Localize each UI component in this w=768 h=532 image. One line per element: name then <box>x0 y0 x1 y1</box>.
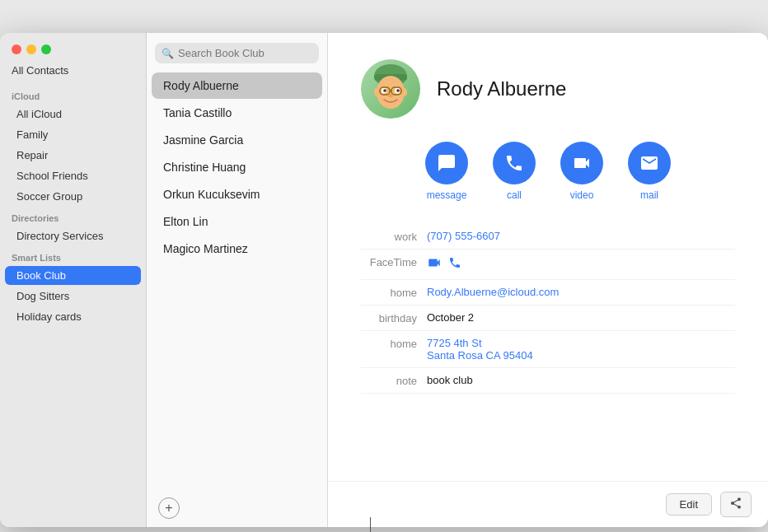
search-icon: 🔍 <box>162 48 174 59</box>
field-value-home-address[interactable]: 7725 4th StSanta Rosa CA 95404 <box>427 337 735 362</box>
contact-item[interactable]: Rody Albuerne <box>152 72 322 99</box>
field-value-home-email[interactable]: Rody.Albuerne@icloud.com <box>427 286 735 298</box>
facetime-phone-icon[interactable] <box>448 256 461 273</box>
message-action[interactable]: message <box>425 142 468 201</box>
svg-point-5 <box>383 89 386 92</box>
traffic-lights <box>0 33 146 63</box>
mail-label: mail <box>640 189 658 201</box>
call-icon-circle <box>493 142 536 184</box>
outer-wrapper: The sidebar shows your lists. All Contac… <box>0 33 768 527</box>
share-button[interactable] <box>720 492 752 517</box>
field-birthday: birthday October 2 <box>361 306 735 331</box>
minimize-button[interactable] <box>26 44 36 54</box>
field-value-birthday: October 2 <box>427 311 735 324</box>
svg-point-11 <box>374 88 379 96</box>
field-label-birthday: birthday <box>361 311 427 324</box>
field-label-home-address: home <box>361 337 427 350</box>
sidebar-item-family[interactable]: Family <box>5 125 141 144</box>
sidebar-item-directory-services[interactable]: Directory Services <box>5 226 141 245</box>
action-buttons: message call video <box>328 135 768 217</box>
sidebar-item-all-contacts[interactable]: All Contacts <box>0 63 146 85</box>
video-action[interactable]: video <box>560 142 603 201</box>
svg-point-6 <box>396 89 400 92</box>
detail-header: Rody Albuerne <box>328 33 768 135</box>
field-value-work-phone[interactable]: (707) 555-6607 <box>427 230 735 242</box>
field-label-facetime: FaceTime <box>361 255 427 268</box>
close-button[interactable] <box>12 44 21 54</box>
avatar-svg <box>361 59 420 119</box>
field-home-address: home 7725 4th StSanta Rosa CA 95404 <box>361 331 735 368</box>
call-icon <box>504 153 524 173</box>
contact-item[interactable]: Christine Huang <box>152 154 322 180</box>
mail-icon <box>639 153 659 173</box>
field-label-home-email: home <box>361 286 427 299</box>
app-window: All Contacts iCloud All iCloud Family Re… <box>0 33 768 527</box>
contact-item[interactable]: Magico Martinez <box>152 236 322 262</box>
sidebar-item-holiday-cards[interactable]: Holiday cards <box>5 307 141 326</box>
message-icon <box>437 153 457 173</box>
detail-panel: Rody Albuerne message <box>328 33 768 527</box>
field-value-note: book club <box>427 374 735 386</box>
detail-footer: Edit <box>328 481 768 527</box>
sidebar-item-book-club[interactable]: Book Club <box>5 266 141 285</box>
search-bar: 🔍 <box>147 33 327 70</box>
field-home-email: home Rody.Albuerne@icloud.com <box>361 280 735 306</box>
contact-list: Rody Albuerne Tania Castillo Jasmine Gar… <box>147 70 327 489</box>
field-facetime: FaceTime <box>361 250 735 280</box>
search-input[interactable] <box>178 47 312 59</box>
avatar <box>361 59 420 119</box>
svg-point-2 <box>377 76 405 109</box>
maximize-button[interactable] <box>41 44 51 54</box>
field-label-note: note <box>361 374 427 387</box>
sidebar-section-smart-lists: Smart Lists <box>0 246 146 265</box>
field-note: note book club <box>361 368 735 394</box>
contact-name: Rody Albuerne <box>437 77 566 100</box>
add-contact-button[interactable]: + <box>158 497 180 519</box>
detail-fields: work (707) 555-6607 FaceTime <box>328 217 768 400</box>
message-label: message <box>427 189 467 201</box>
call-action[interactable]: call <box>493 142 536 201</box>
search-input-wrapper[interactable]: 🔍 <box>155 43 319 63</box>
sidebar-section-icloud: iCloud <box>0 85 146 104</box>
svg-point-10 <box>388 94 393 97</box>
sidebar-item-school-friends[interactable]: School Friends <box>5 166 141 185</box>
contact-list-panel: 🔍 Rody Albuerne Tania Castillo Jasmine G… <box>147 33 328 527</box>
mail-icon-circle <box>628 142 671 184</box>
annotation-line-bottom <box>370 517 371 532</box>
field-work-phone: work (707) 555-6607 <box>361 224 735 250</box>
sidebar-item-all-icloud[interactable]: All iCloud <box>5 105 141 124</box>
add-button-bar: + <box>147 489 327 527</box>
field-label-work: work <box>361 230 427 243</box>
sidebar-item-dog-sitters[interactable]: Dog Sitters <box>5 287 141 306</box>
sidebar-item-soccer-group[interactable]: Soccer Group <box>5 187 141 206</box>
svg-point-12 <box>402 88 407 96</box>
contact-item[interactable]: Tania Castillo <box>152 100 322 126</box>
contact-item[interactable]: Elton Lin <box>152 208 322 235</box>
video-label: video <box>570 189 594 201</box>
sidebar-item-repair[interactable]: Repair <box>5 146 141 165</box>
sidebar-section-directories: Directories <box>0 207 146 226</box>
message-icon-circle <box>425 142 468 184</box>
edit-button[interactable]: Edit <box>666 493 712 516</box>
facetime-video-icon[interactable] <box>427 255 442 273</box>
mail-action[interactable]: mail <box>628 142 671 201</box>
call-label: call <box>507 189 522 201</box>
video-icon-circle <box>560 142 603 184</box>
field-value-facetime <box>427 255 735 273</box>
contact-item[interactable]: Jasmine Garcia <box>152 127 322 153</box>
contact-item[interactable]: Orkun Kucuksevim <box>152 181 322 208</box>
share-icon <box>729 497 742 510</box>
sidebar: All Contacts iCloud All iCloud Family Re… <box>0 33 147 527</box>
video-icon <box>572 153 592 173</box>
